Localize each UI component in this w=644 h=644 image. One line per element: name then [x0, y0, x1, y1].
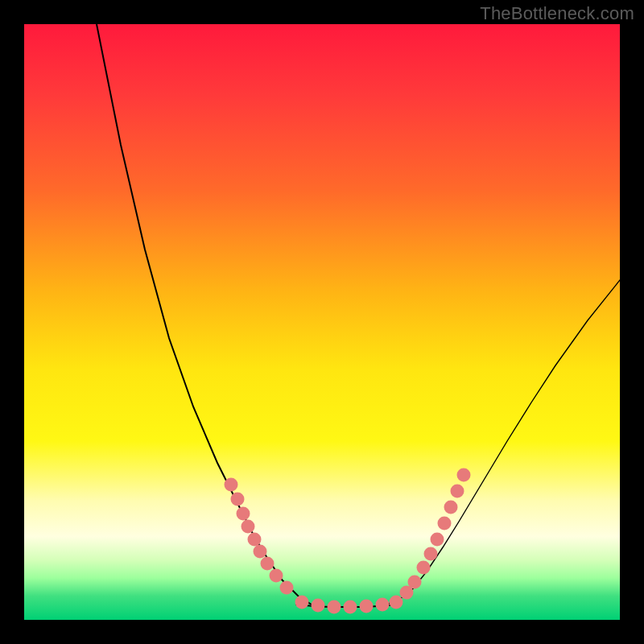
- dot-left-dots: [261, 557, 275, 571]
- curve-layer: [97, 24, 620, 607]
- dot-right-dots: [417, 561, 431, 575]
- curve-left-branch: [97, 24, 314, 606]
- stage: TheBottleneck.com: [0, 0, 644, 644]
- plot-area: [24, 24, 620, 620]
- dot-layer: [225, 469, 471, 614]
- dot-right-dots: [424, 547, 438, 561]
- dot-left-dots: [280, 581, 294, 595]
- dot-left-dots: [242, 520, 255, 534]
- dot-bottom-dots: [312, 599, 325, 613]
- dot-left-dots: [231, 493, 245, 506]
- dot-right-dots: [438, 517, 452, 530]
- dot-bottom-dots: [328, 601, 341, 614]
- dot-bottom-dots: [344, 601, 357, 614]
- dot-left-dots: [237, 507, 250, 521]
- dot-right-dots: [444, 501, 458, 514]
- watermark-text: TheBottleneck.com: [480, 3, 634, 24]
- dot-bottom-dots: [390, 596, 403, 609]
- dot-bottom-dots: [360, 600, 374, 613]
- curve-right-branch: [378, 280, 620, 606]
- dot-right-dots: [457, 469, 471, 482]
- dot-left-dots: [225, 478, 238, 492]
- dot-right-dots: [408, 576, 422, 589]
- chart-svg: [24, 24, 620, 620]
- dot-bottom-dots: [376, 598, 390, 612]
- dot-left-dots: [248, 533, 262, 547]
- dot-left-dots: [254, 545, 267, 559]
- dot-right-dots: [451, 485, 464, 498]
- dot-left-dots: [270, 569, 283, 583]
- dot-right-dots: [431, 533, 444, 547]
- dot-bottom-dots: [295, 596, 309, 609]
